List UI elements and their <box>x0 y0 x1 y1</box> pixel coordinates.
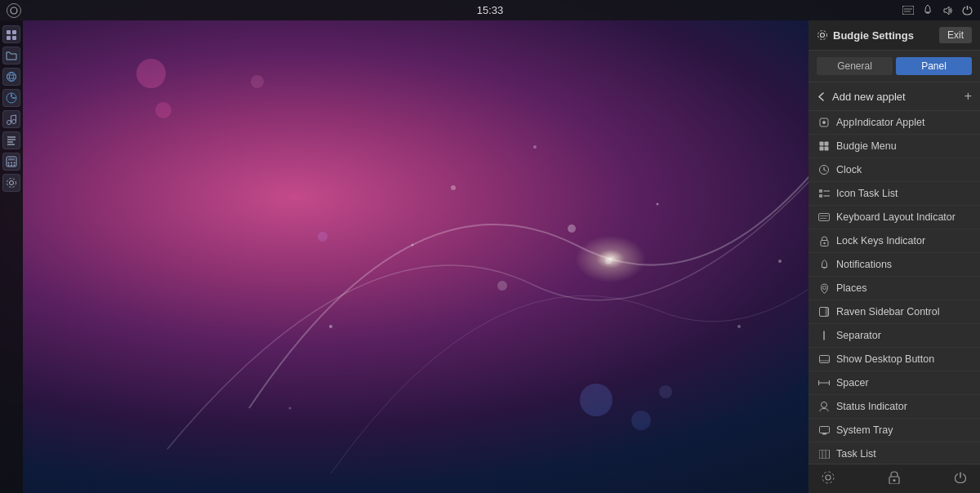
applet-item-status-indicator[interactable]: Status Indicator <box>808 395 980 419</box>
applet-item-clock[interactable]: Clock <box>808 158 980 182</box>
applet-item-icon-task-list[interactable]: Icon Task List <box>808 182 980 206</box>
svg-point-15 <box>657 203 659 206</box>
applet-label: Budgie Menu <box>836 140 897 152</box>
places-icon <box>818 282 830 294</box>
svg-rect-60 <box>825 147 829 151</box>
left-dock <box>0 20 23 493</box>
settings-bottom-lock-icon[interactable] <box>889 471 900 486</box>
applet-item-raven[interactable]: Raven Sidebar Control <box>808 300 980 324</box>
settings-bottom-power-icon[interactable] <box>954 471 967 486</box>
svg-rect-44 <box>8 158 15 161</box>
add-applet-plus-icon[interactable]: + <box>964 89 972 104</box>
power-panel-icon[interactable] <box>960 4 973 17</box>
add-applet-left: Add new applet <box>817 91 906 103</box>
svg-point-13 <box>412 244 414 246</box>
dock-item-text[interactable] <box>2 131 20 149</box>
budgie-menu-button[interactable] <box>7 3 21 18</box>
svg-point-8 <box>568 224 576 233</box>
applet-label: Spacer <box>836 377 869 389</box>
sound-panel-icon[interactable] <box>941 4 954 17</box>
applet-label: Notifications <box>836 259 892 270</box>
applet-item-keyboard[interactable]: Keyboard Layout Indicator <box>808 206 980 229</box>
applet-item-appindicator[interactable]: AppIndicator Applet <box>808 111 980 135</box>
add-applet-row[interactable]: Add new applet + <box>808 82 980 111</box>
tab-panel[interactable]: Panel <box>896 57 972 75</box>
svg-rect-20 <box>902 6 914 15</box>
back-arrow-icon <box>817 91 827 102</box>
notification-panel-icon[interactable] <box>921 4 934 17</box>
svg-line-63 <box>824 170 826 171</box>
exit-button[interactable]: Exit <box>939 27 972 43</box>
applet-label: System Tray <box>836 424 893 436</box>
settings-panel: Budgie Settings Exit General Panel Add n… <box>808 20 980 493</box>
svg-rect-25 <box>7 30 11 34</box>
dock-item-menu[interactable] <box>2 25 20 43</box>
svg-point-14 <box>533 145 537 149</box>
applet-item-notifications[interactable]: Notifications <box>808 253 980 277</box>
svg-point-9 <box>605 258 612 264</box>
svg-point-74 <box>822 286 826 289</box>
settings-bottom-gear-icon[interactable] <box>822 471 835 486</box>
clock-icon <box>818 164 830 175</box>
show-desktop-icon <box>818 353 830 365</box>
settings-gear-icon <box>817 29 828 41</box>
svg-point-45 <box>8 162 10 164</box>
svg-point-19 <box>11 7 17 14</box>
svg-point-16 <box>737 325 741 328</box>
settings-title: Budgie Settings <box>817 29 914 42</box>
svg-point-47 <box>14 162 16 164</box>
svg-point-4 <box>318 232 327 242</box>
task-list-icon <box>818 448 830 460</box>
dock-item-calc[interactable] <box>2 153 20 171</box>
svg-rect-76 <box>826 308 829 317</box>
add-applet-label: Add new applet <box>832 91 906 103</box>
applet-label: Icon Task List <box>836 188 898 199</box>
svg-rect-59 <box>820 147 824 151</box>
svg-point-3 <box>251 75 264 88</box>
raven-icon <box>818 306 830 318</box>
system-tray-icon <box>818 424 830 436</box>
applet-item-lock-keys[interactable]: Lock Keys Indicator <box>808 229 980 253</box>
appindicator-icon <box>818 117 830 128</box>
dock-item-games[interactable] <box>2 89 20 107</box>
svg-rect-68 <box>819 214 830 221</box>
svg-point-2 <box>155 102 172 118</box>
svg-point-52 <box>7 179 16 188</box>
tab-general[interactable]: General <box>817 57 893 75</box>
applet-item-task-list[interactable]: Task List <box>808 442 980 464</box>
dock-item-files[interactable] <box>2 47 20 64</box>
applet-label: Separator <box>836 330 881 341</box>
applet-item-separator[interactable]: Separator <box>808 324 980 348</box>
dock-item-settings[interactable] <box>2 174 20 192</box>
applet-label: Places <box>836 282 867 294</box>
applet-label: Raven Sidebar Control <box>836 306 939 318</box>
dock-item-browser[interactable] <box>2 68 20 86</box>
tab-bar: General Panel <box>808 51 980 82</box>
svg-point-1 <box>136 59 166 88</box>
svg-point-10 <box>497 281 507 291</box>
applet-item-budgie-menu[interactable]: Budgie Menu <box>808 135 980 158</box>
svg-rect-28 <box>12 36 16 40</box>
applet-label: Lock Keys Indicator <box>836 235 925 246</box>
applet-item-spacer[interactable]: Spacer <box>808 371 980 395</box>
svg-rect-57 <box>820 142 824 146</box>
applet-item-places[interactable]: Places <box>808 277 980 300</box>
top-panel: 15:33 <box>0 0 980 20</box>
dock-item-music[interactable] <box>2 110 20 128</box>
svg-marker-24 <box>944 7 949 15</box>
svg-line-38 <box>11 115 16 116</box>
notifications-icon <box>818 259 830 270</box>
svg-point-96 <box>893 479 896 482</box>
applet-item-system-tray[interactable]: System Tray <box>808 419 980 442</box>
spacer-icon <box>818 377 830 389</box>
svg-point-53 <box>821 33 825 38</box>
svg-point-6 <box>631 411 651 430</box>
panel-left <box>7 3 21 18</box>
applet-label: Clock <box>836 164 862 175</box>
budgie-menu-icon <box>818 140 830 152</box>
svg-rect-84 <box>819 426 829 433</box>
svg-point-7 <box>659 385 672 398</box>
applet-item-show-desktop[interactable]: Show Desktop Button <box>808 348 980 371</box>
svg-rect-65 <box>819 194 822 198</box>
keyboard-layout-panel-icon[interactable] <box>902 4 915 17</box>
